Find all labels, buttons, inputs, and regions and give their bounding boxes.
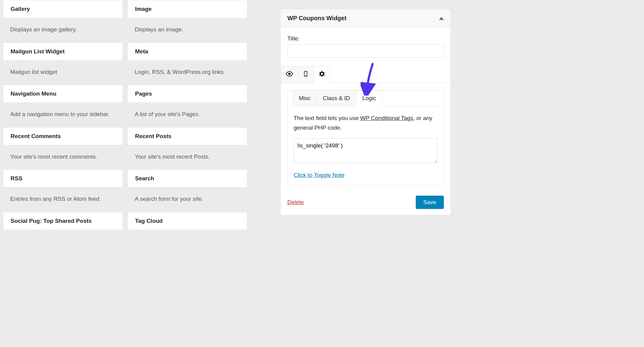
widget-pages[interactable]: Pages (128, 85, 247, 103)
widget-recent-posts[interactable]: Recent Posts (128, 127, 247, 145)
widget-search[interactable]: Search (128, 169, 247, 188)
subtab-logic[interactable]: Logic (356, 90, 382, 106)
title-label: Title: (287, 35, 444, 42)
svg-point-0 (289, 73, 290, 75)
widget-recent-posts-desc: Your site's most recent Posts. (128, 145, 247, 170)
widget-mailgun[interactable]: Mailgun List Widget (3, 43, 123, 61)
widget-nav-menu[interactable]: Navigation Menu (3, 85, 123, 103)
title-input[interactable] (287, 44, 444, 58)
widget-recent-comments[interactable]: Recent Comments (3, 127, 123, 145)
tab-settings[interactable] (314, 66, 330, 83)
tab-visibility[interactable] (281, 66, 298, 83)
smartphone-icon (302, 71, 309, 79)
eye-icon (286, 70, 293, 79)
widget-search-desc: A search form for your site. (128, 188, 247, 212)
delete-link[interactable]: Delete (287, 199, 304, 206)
widget-gallery[interactable]: Gallery (3, 0, 123, 18)
toggle-note-link[interactable]: Click to Toggle Note (294, 172, 345, 178)
widget-meta-desc: Login, RSS, & WordPress.org links. (128, 61, 247, 85)
logic-help-text: The text field lets you use WP Condition… (294, 113, 437, 133)
settings-tab-content: Misc Class & ID Logic The text field let… (287, 90, 444, 186)
subtab-misc[interactable]: Misc (292, 90, 317, 106)
save-button[interactable]: Save (416, 196, 444, 209)
widget-column-1: Gallery Displays an image gallery. Mailg… (3, 0, 123, 230)
widget-nav-menu-desc: Add a navigation menu to your sidebar. (3, 103, 123, 127)
collapse-icon (439, 17, 444, 20)
widget-social-pug[interactable]: Social Pug: Top Shared Posts (3, 212, 123, 230)
widget-meta[interactable]: Meta (128, 43, 247, 61)
widget-pages-desc: A list of your site's Pages. (128, 103, 247, 127)
available-widgets: Gallery Displays an image gallery. Mailg… (3, 0, 247, 230)
widget-tag-cloud[interactable]: Tag Cloud (128, 212, 247, 230)
widget-gallery-desc: Displays an image gallery. (3, 18, 123, 43)
widget-column-2: Image Displays an image. Meta Login, RSS… (128, 0, 247, 230)
widget-image-desc: Displays an image. (128, 18, 247, 43)
panel-title: WP Coupons Widget (287, 15, 346, 22)
gear-icon (319, 71, 325, 79)
widget-rss[interactable]: RSS (3, 169, 123, 188)
tab-devices[interactable] (297, 66, 314, 83)
widget-settings-panel: WP Coupons Widget Title: (280, 9, 451, 215)
subtab-classid[interactable]: Class & ID (317, 90, 356, 106)
widget-rss-desc: Entries from any RSS or Atom feed. (3, 188, 123, 212)
widget-image[interactable]: Image (128, 0, 247, 18)
logic-textarea[interactable] (294, 138, 437, 163)
widget-mailgun-desc: Mailgun list widget (3, 61, 123, 85)
panel-header[interactable]: WP Coupons Widget (281, 9, 450, 27)
icon-tab-row (281, 66, 450, 83)
widget-recent-comments-desc: Your site's most recent comments. (3, 145, 123, 170)
wp-conditional-tags-link[interactable]: WP Conditional Tags (360, 115, 413, 121)
